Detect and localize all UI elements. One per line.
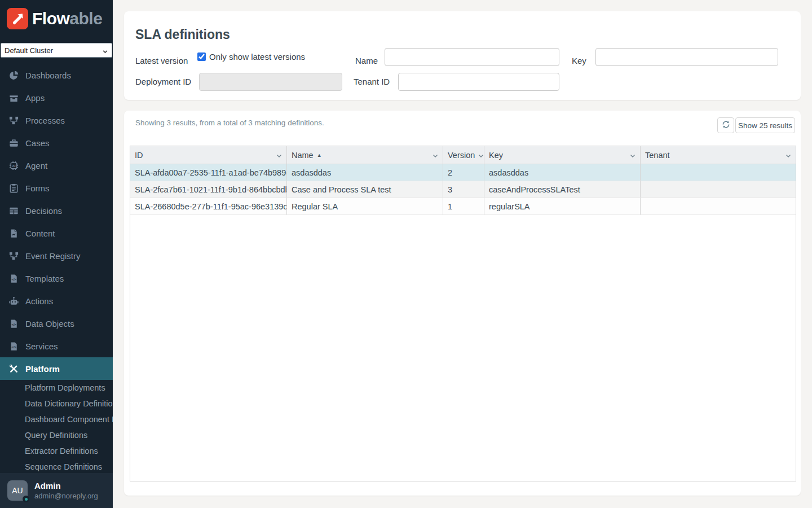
sidebar-item-data-objects[interactable]: </> Data Objects xyxy=(0,312,113,335)
sidebar-item-label: Platform xyxy=(25,364,60,374)
sitemap-icon xyxy=(8,115,19,126)
table-body: SLA-afda00a7-2535-11f1-a1ad-be74b989e...… xyxy=(130,164,796,215)
cell-version: 1 xyxy=(443,198,484,214)
chevron-down-icon[interactable] xyxy=(433,151,438,160)
column-header-key[interactable]: Key xyxy=(484,146,641,164)
sidebar-item-label: Content xyxy=(25,229,55,238)
table-row[interactable]: SLA-2fca7b61-1021-11f1-9b1d-864bbcbdb...… xyxy=(130,181,796,198)
robot-icon xyxy=(8,295,19,306)
sidebar-item-content[interactable]: Content xyxy=(0,222,113,244)
cell-tenant xyxy=(641,164,796,181)
subnav-item-dashboard-component-definitions[interactable]: Dashboard Component Definitions xyxy=(0,411,113,427)
subnav-item-platform-deployments[interactable]: Platform Deployments xyxy=(0,380,113,396)
cell-tenant xyxy=(641,198,796,214)
sidebar-item-label: Actions xyxy=(25,296,53,306)
column-header-tenant[interactable]: Tenant xyxy=(641,146,796,164)
column-header-version[interactable]: Version. xyxy=(443,146,484,164)
cell-name: asdasddas xyxy=(287,164,443,181)
results-summary: Showing 3 results, from a total of 3 mat… xyxy=(135,119,324,127)
cluster-select-wrap: Default Cluster xyxy=(1,43,112,58)
file-code-icon: </> xyxy=(8,273,19,284)
sidebar-item-event-registry[interactable]: Event Registry xyxy=(0,244,113,267)
document-icon xyxy=(8,227,19,239)
subnav-item-query-definitions[interactable]: Query Definitions xyxy=(0,427,113,443)
sidebar-item-label: Processes xyxy=(25,116,65,125)
user-panel[interactable]: AU Admin admin@noreply.org xyxy=(0,473,113,508)
sidebar-item-decisions[interactable]: Decisions xyxy=(0,199,113,222)
page-title: SLA definitions xyxy=(135,27,230,42)
sidebar-item-label: Dashboards xyxy=(25,71,71,80)
table-header-row: ID Name▲ Version. Key Tenant xyxy=(130,146,796,164)
flowable-logo-text: Flowable xyxy=(32,9,102,28)
chevron-down-icon[interactable] xyxy=(276,151,282,160)
sort-asc-icon: ▲ xyxy=(317,152,322,158)
sidebar-item-label: Forms xyxy=(25,183,50,193)
table-row[interactable]: SLA-afda00a7-2535-11f1-a1ad-be74b989e...… xyxy=(130,164,796,181)
sla-definitions-table: ID Name▲ Version. Key Tenant SLA-afda00a… xyxy=(130,146,796,481)
show-results-button[interactable]: Show 25 results xyxy=(735,117,795,133)
sitemap-icon xyxy=(8,250,19,261)
sidebar-item-cases[interactable]: Cases xyxy=(0,132,113,154)
latest-version-checkbox[interactable] xyxy=(197,52,206,61)
key-input[interactable] xyxy=(595,48,778,66)
box-icon xyxy=(8,92,19,103)
sidebar-item-processes[interactable]: Processes xyxy=(0,109,113,132)
sidebar-item-label: Templates xyxy=(25,274,64,283)
ai-chip-icon: AI xyxy=(8,160,19,171)
results-card: Showing 3 results, from a total of 3 mat… xyxy=(124,111,801,496)
file-code-icon: </> xyxy=(8,340,19,352)
sidebar-item-services[interactable]: </> Services xyxy=(0,335,113,357)
cell-id: SLA-2fca7b61-1021-11f1-9b1d-864bbcbdb... xyxy=(130,181,287,198)
latest-version-label: Latest version xyxy=(135,52,188,70)
sidebar-item-agent[interactable]: AI Agent xyxy=(0,154,113,177)
latest-version-checkbox-row: Only show latest versions xyxy=(197,52,305,62)
cell-id: SLA-afda00a7-2535-11f1-a1ad-be74b989e... xyxy=(130,164,287,181)
flowable-logo: Flowable xyxy=(7,8,102,29)
table-row[interactable]: SLA-26680d5e-277b-11f1-95ac-96e3139c1...… xyxy=(130,198,796,215)
subnav-item-data-dictionary-definitions[interactable]: Data Dictionary Definitions xyxy=(0,396,113,411)
subnav-item-sequence-definitions[interactable]: Sequence Definitions xyxy=(0,459,113,475)
user-email: admin@noreply.org xyxy=(34,491,98,501)
cell-name: Regular SLA xyxy=(287,198,443,214)
cell-name: Case and Process SLA test xyxy=(287,181,443,198)
cell-key: regularSLA xyxy=(484,198,641,214)
pie-chart-icon xyxy=(8,69,19,81)
sidebar-item-templates[interactable]: </> Templates xyxy=(0,267,113,290)
subnav-item-extractor-definitions[interactable]: Extractor Definitions xyxy=(0,443,113,459)
cell-version: 2 xyxy=(443,164,484,181)
key-label: Key xyxy=(572,52,586,70)
sidebar-item-apps[interactable]: Apps xyxy=(0,86,113,109)
status-dot xyxy=(23,496,29,502)
sidebar-item-platform[interactable]: Platform xyxy=(0,357,113,380)
sidebar-item-label: Decisions xyxy=(25,206,62,216)
tenant-id-input[interactable] xyxy=(398,73,559,91)
chevron-down-icon[interactable] xyxy=(630,151,636,160)
sidebar-item-forms[interactable]: Forms xyxy=(0,177,113,199)
name-input[interactable] xyxy=(385,48,559,66)
sidebar-item-actions[interactable]: Actions xyxy=(0,290,113,312)
tenant-id-label: Tenant ID xyxy=(354,73,390,91)
svg-text:</>: </> xyxy=(11,323,16,326)
latest-version-checkbox-label[interactable]: Only show latest versions xyxy=(209,52,305,62)
user-name: Admin xyxy=(34,480,98,491)
avatar-initials: AU xyxy=(12,486,23,495)
column-header-name[interactable]: Name▲ xyxy=(287,146,443,164)
refresh-button[interactable] xyxy=(717,117,734,133)
sidebar-item-label: Cases xyxy=(25,138,50,148)
sidebar-item-label: Apps xyxy=(25,93,45,103)
clipboard-icon xyxy=(8,182,19,194)
file-code-icon: </> xyxy=(8,318,19,329)
sidebar-nav: Dashboards Apps Processes Cases AI Agent… xyxy=(0,64,113,380)
deployment-id-input xyxy=(199,73,342,91)
cell-key: caseAndProcessSLATest xyxy=(484,181,641,198)
sidebar: Flowable Default Cluster Dashboards Apps… xyxy=(0,0,113,508)
chevron-down-icon[interactable] xyxy=(785,151,791,160)
avatar: AU xyxy=(7,480,28,501)
sidebar-item-label: Services xyxy=(25,341,58,351)
flowable-logo-icon xyxy=(7,8,28,29)
column-header-id[interactable]: ID xyxy=(130,146,287,164)
cluster-select[interactable]: Default Cluster xyxy=(1,43,112,58)
cell-tenant xyxy=(641,181,796,198)
sidebar-item-dashboards[interactable]: Dashboards xyxy=(0,64,113,86)
briefcase-icon xyxy=(8,137,19,148)
